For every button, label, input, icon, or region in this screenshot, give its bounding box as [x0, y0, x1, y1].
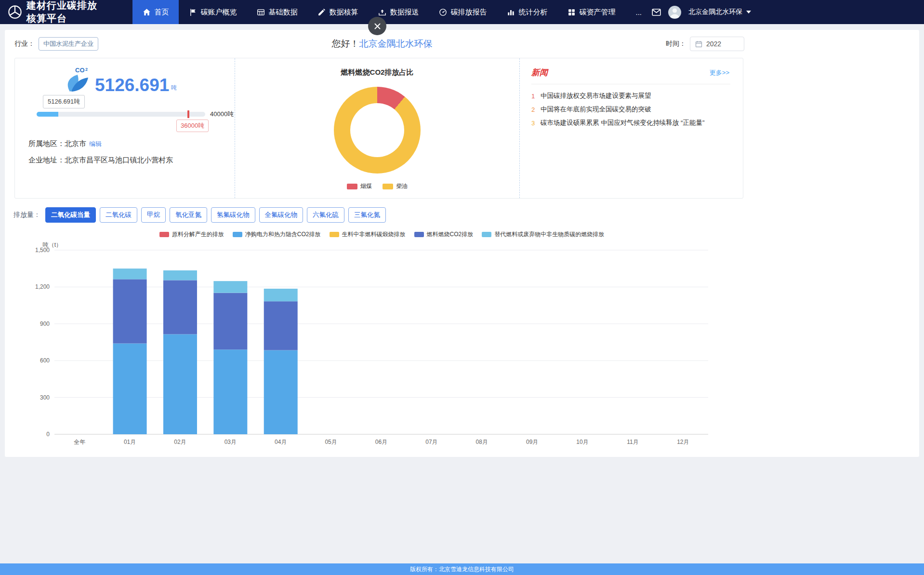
quota-marker-tag: 36000吨: [176, 120, 209, 132]
nav-item-data-accounting[interactable]: 数据核算: [307, 0, 368, 24]
legend-label: 替代燃料或废弃物中非生物质碳的燃烧排放: [494, 230, 604, 239]
top-navbar: 建材行业碳排放核算平台 首页碳账户概览基础数据数据核算数据报送碳排放报告统计分析…: [0, 0, 924, 24]
svg-text:12月: 12月: [677, 439, 689, 445]
navbar-right: 北京金隅北水环保: [652, 0, 754, 24]
grid-icon: [568, 8, 576, 16]
user-menu[interactable]: 北京金隅北水环保: [688, 8, 751, 16]
svg-text:1,200: 1,200: [35, 283, 50, 290]
address-value: 北京市昌平区马池口镇北小营村东: [65, 156, 173, 164]
svg-text:1,500: 1,500: [35, 247, 50, 254]
gas-tab-pfcs[interactable]: 全氟碳化物: [259, 207, 304, 223]
year-value: 2022: [706, 40, 721, 48]
news-title: 新闻: [531, 67, 548, 78]
chevron-down-icon: [746, 11, 751, 13]
legend-swatch: [330, 232, 339, 237]
co2-leaf-icon: CO2: [63, 66, 94, 94]
news-more-link[interactable]: 更多>>: [710, 68, 729, 77]
copyright: 版权所有：北京雪迪龙信息科技有限公司: [410, 565, 514, 574]
industry-badge[interactable]: 中国水泥生产企业: [39, 37, 98, 51]
calendar-icon: [695, 40, 702, 48]
svg-text:10月: 10月: [576, 439, 588, 445]
news-item[interactable]: 1中国碳排放权交易市场建设要素与展望: [531, 89, 730, 103]
svg-text:08月: 08月: [476, 439, 488, 445]
legend-swatch: [347, 184, 357, 189]
greeting-company: 北京金隅北水环保: [359, 39, 433, 49]
progress-marker: [187, 110, 189, 118]
news-rank: 1: [531, 93, 536, 100]
news-item[interactable]: 3碳市场建设硕果累累 中国应对气候变化持续释放 “正能量”: [531, 116, 730, 130]
nav-item-more[interactable]: ...: [625, 0, 652, 24]
nav-item-basic-data[interactable]: 基础数据: [247, 0, 307, 24]
news-item[interactable]: 2中国将在年底前实现全国碳交易的突破: [531, 103, 730, 116]
gas-tab-co2[interactable]: 二氧化碳: [100, 207, 137, 223]
news-header: 新闻 更多>>: [531, 63, 730, 84]
year-picker[interactable]: 2022: [690, 37, 744, 51]
gas-tab-nf3[interactable]: 三氟化氮: [348, 207, 386, 223]
time-group: 时间： 2022: [666, 37, 744, 51]
nav-item-carbon-account-overview[interactable]: 碳账户概览: [179, 0, 247, 24]
industry-group: 行业： 中国水泥生产企业: [14, 37, 98, 51]
svg-text:300: 300: [40, 394, 50, 401]
gas-tabs-list: 二氧化碳当量二氧化碳甲烷氧化亚氮氢氟碳化物全氟碳化物六氟化硫三氟化氮: [45, 207, 386, 223]
legend-swatch: [383, 184, 393, 189]
legend-label: 原料分解产生的排放: [172, 230, 224, 239]
svg-text:全年: 全年: [74, 439, 85, 445]
bar-legend-item-4[interactable]: 替代燃料或废弃物中非生物质碳的燃烧排放: [482, 230, 604, 239]
bar-legend-item-1[interactable]: 净购电力和热力隐含CO2排放: [233, 230, 321, 239]
nav-item-label: ...: [635, 8, 642, 16]
user-name: 北京金隅北水环保: [688, 8, 742, 16]
nav-item-label: 碳排放报告: [450, 8, 487, 17]
bar-legend-item-3[interactable]: 燃料燃烧CO2排放: [414, 230, 474, 239]
donut-legend-item[interactable]: 烟煤: [347, 182, 372, 190]
table-icon: [257, 8, 265, 16]
quota-progress: 40000吨: [37, 110, 234, 119]
gas-tabs: 排放量： 二氧化碳当量二氧化碳甲烷氧化亚氮氢氟碳化物全氟碳化物六氟化硫三氟化氮: [13, 207, 919, 223]
nav-item-statistics-analysis[interactable]: 统计分析: [497, 0, 557, 24]
content-panel: 行业： 中国水泥生产企业 您好！北京金隅北水环保 时间： 2022 CO2 51…: [5, 30, 919, 457]
gas-tabs-label: 排放量：: [13, 211, 40, 219]
news-list: 1中国碳排放权交易市场建设要素与展望2中国将在年底前实现全国碳交易的突破3碳市场…: [531, 84, 730, 130]
news-text: 中国碳排放权交易市场建设要素与展望: [541, 92, 651, 100]
gas-tab-co2-equivalent[interactable]: 二氧化碳当量: [45, 207, 96, 223]
upload-icon: [378, 8, 386, 16]
gas-tab-hfcs[interactable]: 氢氟碳化物: [211, 207, 255, 223]
nav-item-home[interactable]: 首页: [132, 0, 179, 24]
co2-total-block: CO2 5126.691 吨: [63, 66, 177, 94]
main-nav: 首页碳账户概览基础数据数据核算数据报送碳排放报告统计分析碳资产管理...: [132, 0, 652, 24]
nav-item-emission-report[interactable]: 碳排放报告: [429, 0, 497, 24]
avatar[interactable]: [668, 6, 681, 19]
gas-tab-sf6[interactable]: 六氟化硫: [307, 207, 344, 223]
summary-card: CO2 5126.691 吨 5126.691吨 40000吨 36000吨 所…: [14, 58, 743, 199]
nav-item-label: 基础数据: [268, 8, 297, 17]
close-button[interactable]: [368, 17, 386, 35]
page-header-row: 行业： 中国水泥生产企业 您好！北京金隅北水环保 时间： 2022: [14, 37, 744, 51]
address-row: 企业地址：北京市昌平区马池口镇北小营村东: [28, 156, 173, 165]
nav-item-carbon-asset-management[interactable]: 碳资产管理: [557, 0, 625, 24]
region-row: 所属地区：北京市编辑: [28, 139, 102, 148]
bar-legend-item-2[interactable]: 生料中非燃料碳煅烧排放: [330, 230, 406, 239]
legend-label: 柴油: [396, 182, 408, 190]
industry-label: 行业：: [14, 40, 35, 48]
bar-legend-item-0[interactable]: 原料分解产生的排放: [159, 230, 224, 239]
svg-text:CO: CO: [75, 67, 85, 74]
svg-text:02月: 02月: [174, 439, 186, 445]
gas-tab-ch4[interactable]: 甲烷: [141, 207, 166, 223]
close-icon: [374, 23, 381, 30]
legend-swatch: [482, 232, 491, 237]
donut-legend-item[interactable]: 柴油: [383, 182, 408, 190]
app-title: 建材行业碳排放核算平台: [26, 0, 100, 25]
region-value: 北京市: [65, 139, 86, 147]
bar-chart-icon: [507, 8, 515, 16]
gas-tab-n2o[interactable]: 氧化亚氮: [170, 207, 207, 223]
app-logo-icon: [8, 5, 22, 19]
mail-icon[interactable]: [652, 8, 661, 16]
progress-track: [37, 112, 205, 117]
edit-region-link[interactable]: 编辑: [89, 140, 102, 147]
legend-label: 烟煤: [360, 182, 372, 190]
home-icon: [143, 8, 151, 16]
svg-text:03月: 03月: [224, 439, 237, 445]
svg-text:2: 2: [85, 67, 88, 72]
time-label: 时间：: [666, 40, 686, 48]
svg-text:09月: 09月: [526, 439, 538, 445]
donut-chart: [334, 87, 421, 174]
